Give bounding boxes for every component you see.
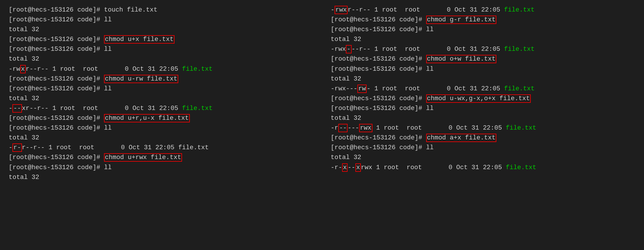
- perm-boxed: rwx: [335, 6, 348, 14]
- perm-text: --: [348, 164, 355, 171]
- terminal-line: [root@hecs-153126 code]# ll: [9, 123, 313, 133]
- perm-text: --r-- 1 root root 0 Oct 31 22:05: [352, 46, 504, 53]
- prompt-prefix: [root@hecs-153126 code]#: [9, 115, 104, 122]
- perm-text: -: [9, 105, 12, 112]
- perm-text: ---: [348, 124, 359, 132]
- terminal-line: [root@hecs-153126 code]# ll: [9, 163, 313, 173]
- terminal-line: [root@hecs-153126 code]# chmod u+r,u-x f…: [9, 113, 313, 123]
- prompt-prefix: [root@hecs-153126 code]#: [331, 134, 426, 141]
- terminal-line: total 32: [9, 173, 313, 182]
- command-boxed: chmod u-rw file.txt: [104, 75, 178, 83]
- prompt-prefix: [root@hecs-153126 code]#: [9, 154, 104, 161]
- terminal-line: total 32: [9, 133, 313, 143]
- perm-boxed: -: [346, 45, 351, 53]
- terminal-line: [root@hecs-153126 code]# ll: [331, 104, 636, 113]
- perm-text: - 1 root root 0 Oct 31 22:05: [367, 85, 504, 92]
- filename-green: file.txt: [504, 46, 535, 53]
- terminal-line: [root@hecs-153126 code]# chmod g-r file.…: [331, 15, 636, 25]
- terminal-line: [root@hecs-153126 code]# chmod u+rwx fil…: [9, 153, 313, 163]
- terminal-line: [root@hecs-153126 code]# ll: [9, 15, 313, 25]
- terminal-line: [root@hecs-153126 code]# touch file.txt: [9, 5, 313, 15]
- terminal-line: total 32: [9, 94, 313, 104]
- perm-boxed: x: [20, 65, 26, 73]
- perm-text: r--r-- 1 root root 0 Oct 31 22:05: [26, 66, 182, 73]
- perm-boxed: --: [338, 124, 348, 132]
- terminal-line: [root@hecs-153126 code]# chmod u+x file.…: [9, 35, 313, 44]
- terminal-line: [root@hecs-153126 code]# ll: [331, 143, 636, 153]
- command-boxed: chmod g-r file.txt: [426, 16, 497, 24]
- filename-green: file.txt: [504, 6, 535, 14]
- command-boxed: chmod u+rwx file.txt: [104, 153, 182, 162]
- terminal-line: [root@hecs-153126 code]# ll: [9, 84, 313, 94]
- command-boxed: chmod o+w file.txt: [426, 55, 497, 63]
- terminal-line: [root@hecs-153126 code]# ll: [331, 64, 636, 74]
- perm-text: 1 root root 0 Oct 31 22:05: [372, 124, 506, 132]
- perm-text: r--r-- 1 root root 0 Oct 31 22:05: [348, 6, 504, 14]
- terminal-line: total 32: [331, 113, 636, 123]
- terminal-line: total 32: [331, 153, 636, 163]
- right-column: -rwxr--r-- 1 root root 0 Oct 31 22:05 fi…: [331, 5, 636, 182]
- terminal-line: [root@hecs-153126 code]# chmod a+x file.…: [331, 133, 636, 143]
- perm-boxed: x: [342, 163, 348, 172]
- perm-text: -r: [331, 124, 338, 132]
- filename-green: file.txt: [182, 66, 213, 73]
- perm-text: -rwx---: [331, 85, 357, 92]
- terminal-line: [root@hecs-153126 code]# ll: [9, 44, 313, 54]
- terminal-line: total 32: [9, 25, 313, 35]
- prompt-prefix: [root@hecs-153126 code]#: [331, 16, 426, 23]
- perm-text: xr--r-- 1 root root 0 Oct 31 22:05: [22, 105, 182, 112]
- perm-boxed: --: [12, 104, 22, 113]
- perm-text: rwx 1 root root 0 Oct 31 22:05: [361, 164, 506, 171]
- prompt-prefix: [root@hecs-153126 code]#: [9, 36, 104, 43]
- terminal-line: -r-----rwx 1 root root 0 Oct 31 22:05 fi…: [331, 123, 636, 133]
- perm-boxed: x: [355, 163, 361, 172]
- perm-boxed: r-: [12, 143, 22, 152]
- terminal-line: [root@hecs-153126 code]# chmod o+w file.…: [331, 54, 636, 64]
- perm-text: -: [331, 6, 335, 14]
- perm-boxed: rwx: [359, 124, 372, 132]
- command-boxed: chmod u-wx,g-x,o+x file.txt: [426, 94, 531, 103]
- filename-green: file.txt: [182, 105, 213, 112]
- terminal-line: total 32: [9, 54, 313, 64]
- filename-green: file.txt: [506, 164, 537, 171]
- prompt-prefix: [root@hecs-153126 code]#: [331, 55, 426, 63]
- left-column: [root@hecs-153126 code]# touch file.txt[…: [9, 5, 313, 182]
- terminal-line: -rwx---r-- 1 root root 0 Oct 31 22:05 fi…: [331, 44, 636, 54]
- terminal-line: [root@hecs-153126 code]# ll: [331, 25, 636, 35]
- perm-text: -rw: [9, 66, 20, 73]
- terminal-line: -rwxr--r-- 1 root root 0 Oct 31 22:05 fi…: [9, 64, 313, 74]
- perm-text: -rwx: [331, 46, 346, 53]
- terminal-line: -r-x--xrwx 1 root root 0 Oct 31 22:05 fi…: [331, 163, 636, 173]
- terminal-line: ---xr--r-- 1 root root 0 Oct 31 22:05 fi…: [9, 104, 313, 113]
- terminal-line: [root@hecs-153126 code]# chmod u-wx,g-x,…: [331, 94, 636, 104]
- perm-text: -r-: [331, 164, 342, 171]
- terminal-line: [root@hecs-153126 code]# chmod u-rw file…: [9, 74, 313, 84]
- prompt-prefix: [root@hecs-153126 code]#: [331, 95, 426, 102]
- command-boxed: chmod u+x file.txt: [104, 35, 175, 44]
- prompt-prefix: [root@hecs-153126 code]#: [9, 75, 104, 83]
- perm-text: r--r-- 1 root root 0 Oct 31 22:05 file.t…: [22, 144, 209, 151]
- perm-boxed: rw: [357, 85, 367, 93]
- terminal-line: total 32: [331, 74, 636, 84]
- command-boxed: chmod u+r,u-x file.txt: [104, 114, 190, 122]
- terminal-line: -r-r--r-- 1 root root 0 Oct 31 22:05 fil…: [9, 143, 313, 153]
- terminal-container: [root@hecs-153126 code]# touch file.txt[…: [9, 5, 635, 182]
- command-boxed: chmod a+x file.txt: [426, 134, 497, 142]
- terminal-line: -rwx---rw- 1 root root 0 Oct 31 22:05 fi…: [331, 84, 636, 94]
- perm-text: -: [9, 144, 12, 151]
- filename-green: file.txt: [504, 85, 535, 92]
- terminal-line: -rwxr--r-- 1 root root 0 Oct 31 22:05 fi…: [331, 5, 636, 15]
- terminal-line: total 32: [331, 35, 636, 44]
- filename-green: file.txt: [506, 124, 537, 132]
